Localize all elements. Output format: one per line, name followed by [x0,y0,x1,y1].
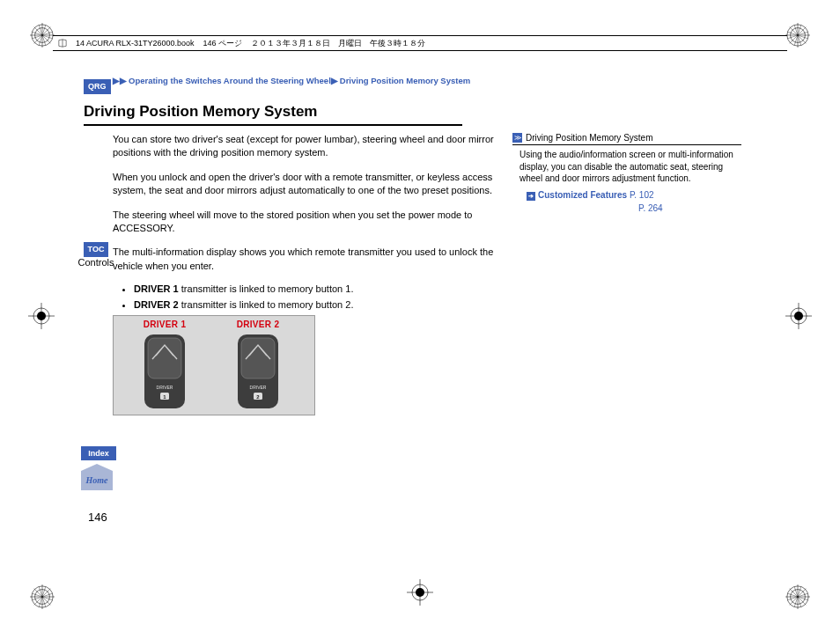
document-header-bar: 14 ACURA RLX-31TY26000.book 146 ページ ２０１３… [53,35,787,51]
index-button[interactable]: Index [81,446,116,460]
sidebar-heading: Driving Position Memory System [526,133,652,143]
paragraph: You can store two driver's seat (except … [113,133,498,160]
svg-text:DRIVER: DRIVER [250,385,267,390]
sidebar-text: Using the audio/information screen or mu… [512,147,741,188]
crosshair-icon [785,303,812,329]
breadcrumb[interactable]: ▶▶Operating the Switches Around the Stee… [113,76,788,85]
header-filename: 14 ACURA RLX-31TY26000.book [76,39,195,48]
qrg-button[interactable]: QRG [84,79,111,94]
triangle-icon: ▶▶ [113,76,127,85]
key-fob-icon: DRIVER 2 [234,333,282,410]
main-body: You can store two driver's seat (except … [113,133,498,415]
link-arrow-icon: ➔ [527,192,535,201]
header-date: ２０１３年３月１８日 月曜日 午後３時１８分 [251,38,425,49]
book-icon [58,39,67,48]
paragraph: When you unlock and open the driver's do… [113,171,498,198]
breadcrumb-section: Operating the Switches Around the Steeri… [129,76,331,85]
crosshair-icon [407,579,433,606]
home-button[interactable]: Home [81,471,113,490]
triangle-icon: ▶ [331,76,338,85]
footer-nav: Index Home [81,446,116,490]
paragraph: The multi-information display shows you … [113,246,498,273]
bullet-item: DRIVER 2 transmitter is linked to memory… [134,299,498,310]
key-fob-illustration: DRIVER 1 DRIVER 1 DRIVER 2 [113,315,315,415]
registration-mark-icon [30,23,55,48]
svg-text:DRIVER: DRIVER [157,385,173,390]
bullet-item: DRIVER 1 transmitter is linked to memory… [134,283,498,294]
registration-mark-icon [785,23,810,48]
page-content: ▶▶Operating the Switches Around the Stee… [84,76,788,415]
paragraph: The steering wheel will move to the stor… [113,209,498,236]
crosshair-icon [28,303,55,329]
toc-button[interactable]: TOC [84,242,109,257]
info-icon: ≫ [512,133,522,143]
info-sidebar: ≫ Driving Position Memory System Using t… [512,133,741,415]
fob-label-1: DRIVER 1 [126,320,203,329]
registration-mark-icon [30,584,55,609]
section-label: Controls [78,257,114,268]
page-title: Driving Position Memory System [84,103,462,126]
cross-reference-link[interactable]: ➔Customized Features P. 102 [512,188,741,202]
header-page: 146 ページ [203,38,243,49]
breadcrumb-subsection: Driving Position Memory System [340,76,470,85]
registration-mark-icon [785,584,810,609]
toc-nav: TOC Controls [84,242,108,268]
key-fob-icon: DRIVER 1 [141,333,188,410]
cross-reference-link[interactable]: P. 264 [512,202,741,215]
page-number: 146 [88,511,107,524]
fob-label-2: DRIVER 2 [219,320,297,329]
